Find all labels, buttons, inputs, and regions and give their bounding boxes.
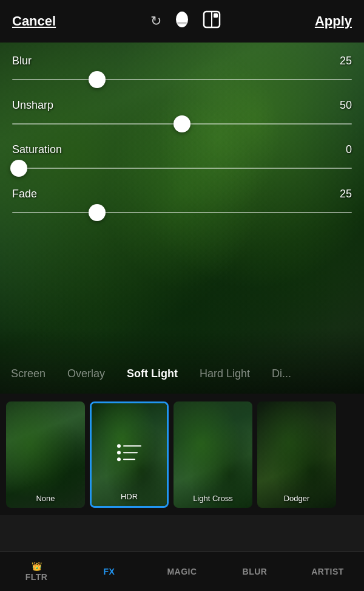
header: Cancel ↻ Apply xyxy=(0,0,364,43)
blur-slider-row: Blur 25 xyxy=(12,55,352,88)
unsharp-slider[interactable] xyxy=(12,115,352,132)
nav-fltr[interactable]: 👑 FLTR xyxy=(0,561,73,582)
unsharp-slider-row: Unsharp 50 xyxy=(12,99,352,132)
saturation-label: Saturation xyxy=(12,143,62,156)
blend-screen[interactable]: Screen xyxy=(0,367,56,380)
bottom-nav: 👑 FLTR FX MAGIC BLUR ARTIST xyxy=(0,552,364,591)
blend-dissolve[interactable]: Di... xyxy=(261,367,302,380)
blend-modes-bar: Screen Overlay Soft Light Hard Light Di.… xyxy=(0,358,364,389)
filter-light-cross-label: Light Cross xyxy=(174,494,252,503)
filter-none[interactable]: None xyxy=(6,401,85,508)
header-icons: ↻ xyxy=(150,10,221,32)
svg-rect-3 xyxy=(214,13,218,18)
filter-dodger[interactable]: Dodger xyxy=(257,401,336,508)
nav-artist[interactable]: ARTIST xyxy=(291,567,364,576)
saturation-value: 0 xyxy=(346,143,352,156)
filter-hdr[interactable]: HDR xyxy=(90,401,169,508)
blur-label: Blur xyxy=(12,55,32,67)
filter-light-cross[interactable]: Light Cross xyxy=(174,401,252,508)
hdr-icon xyxy=(117,444,141,461)
blur-value: 25 xyxy=(340,55,352,67)
blur-slider[interactable] xyxy=(12,71,352,88)
saturation-slider-row: Saturation 0 xyxy=(12,143,352,177)
nav-magic-label: MAGIC xyxy=(167,567,197,576)
unsharp-thumb[interactable] xyxy=(174,115,190,132)
fade-value: 25 xyxy=(340,188,352,200)
fade-slider-row: Fade 25 xyxy=(12,188,352,221)
nav-fx[interactable]: FX xyxy=(73,567,146,576)
fade-thumb[interactable] xyxy=(89,204,106,221)
nav-blur-label: BLUR xyxy=(243,567,268,576)
nav-artist-label: ARTIST xyxy=(311,567,344,576)
nav-fx-label: FX xyxy=(104,567,115,576)
fade-label: Fade xyxy=(12,188,37,200)
nav-fltr-label: FLTR xyxy=(25,572,48,582)
nav-blur[interactable]: BLUR xyxy=(218,567,291,576)
blur-thumb[interactable] xyxy=(89,71,106,88)
cancel-button[interactable]: Cancel xyxy=(12,13,56,29)
unsharp-value: 50 xyxy=(340,99,352,112)
saturation-slider[interactable] xyxy=(12,160,352,177)
svg-rect-1 xyxy=(177,22,187,24)
unsharp-label: Unsharp xyxy=(12,99,53,112)
apply-button[interactable]: Apply xyxy=(315,13,352,29)
crown-icon: 👑 xyxy=(32,561,42,571)
blend-overlay[interactable]: Overlay xyxy=(56,367,116,380)
filter-dodger-label: Dodger xyxy=(257,494,336,503)
filter-none-label: None xyxy=(6,494,85,503)
svg-point-0 xyxy=(176,12,188,27)
sliders-area: Blur 25 Unsharp 50 Saturation 0 xyxy=(0,43,364,238)
filter-hdr-label: HDR xyxy=(92,492,167,501)
reset-icon[interactable]: ↻ xyxy=(150,13,161,29)
filter-strip: None HDR xyxy=(0,394,364,515)
nav-magic[interactable]: MAGIC xyxy=(146,567,218,576)
blend-soft-light[interactable]: Soft Light xyxy=(116,367,189,380)
eraser-icon[interactable] xyxy=(174,11,190,32)
blend-hard-light[interactable]: Hard Light xyxy=(189,367,261,380)
saturation-thumb[interactable] xyxy=(10,160,27,177)
fade-slider[interactable] xyxy=(12,204,352,221)
compare-icon[interactable] xyxy=(203,10,221,32)
